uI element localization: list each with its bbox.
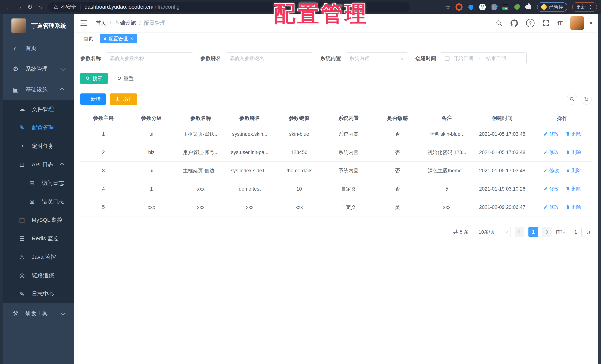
security-label[interactable]: 不安全	[61, 3, 76, 10]
browser-back-icon[interactable]: ←	[4, 2, 14, 12]
sidebar-item-redis-monitor[interactable]: ☰ Redis 监控	[0, 229, 74, 248]
error-log-icon: ⊠	[28, 198, 36, 205]
builtin-select[interactable]: 系统内置	[345, 52, 408, 64]
refresh-icon: ↻	[584, 96, 589, 102]
param-name-input[interactable]	[105, 52, 193, 64]
tag-config-mgmt[interactable]: 配置管理 ×	[100, 34, 137, 43]
browser-forward-icon[interactable]: →	[14, 2, 25, 12]
prev-page-button[interactable]	[515, 227, 524, 237]
sidebar-item-config-mgmt[interactable]: ✎ 配置管理	[0, 118, 74, 137]
config-table: 参数主键 参数分组 参数名称 参数键名 参数键值 系统内置 是否敏感 备注 创建…	[80, 111, 592, 216]
page: { "colors": { "chrome_bg": "#242a38", "s…	[0, 0, 601, 364]
hamburger-icon[interactable]	[80, 19, 88, 27]
page-scrollbar[interactable]	[598, 14, 601, 364]
toggle-search-button[interactable]	[567, 94, 577, 104]
github-icon[interactable]	[511, 19, 518, 27]
delete-link[interactable]: 删除	[566, 167, 581, 174]
param-key-input[interactable]	[225, 52, 313, 64]
pagination: 共 5 条 10条/页 1 前往 页	[80, 227, 592, 237]
sidebar-item-infrastructure[interactable]: ▣ 基础设施	[0, 79, 74, 100]
edit-link[interactable]: 修改	[543, 131, 559, 137]
col-builtin: 系统内置	[324, 111, 373, 125]
extensions-puzzle-icon[interactable]	[525, 3, 532, 10]
sidebar-item-mysql-monitor[interactable]: ▤ MySQL 监控	[0, 211, 74, 229]
emoji-face-icon	[541, 4, 547, 10]
sidebar-item-log-center[interactable]: ✎ 日志中心	[0, 285, 74, 303]
refresh-table-button[interactable]: ↻	[581, 94, 592, 104]
date-range-picker[interactable]: 开始日期 - 结束日期	[440, 52, 527, 64]
search-button-row: 搜索 ↻ 重置	[80, 73, 592, 84]
chevron-down-icon	[60, 66, 66, 71]
extension-on-badge-icon[interactable]: on	[502, 4, 509, 10]
add-button[interactable]: + 新增	[80, 93, 106, 105]
table-row: 3 ui 主框架页-侧边... sys.index.sideT... theme…	[80, 162, 592, 180]
sidebar-item-dev-tools[interactable]: ⚒ 研发工具	[0, 303, 74, 324]
extension-pin-icon[interactable]	[467, 3, 474, 10]
filter-form: 参数名称 参数键名 系统内置 系统内置 创建时间 开始日期 - 结束日期	[80, 52, 592, 64]
page-unit-label: 页	[586, 229, 591, 235]
tag-home[interactable]: 首页	[80, 34, 97, 43]
extension-vue-devtools-icon[interactable]: V	[479, 4, 486, 10]
edit-link[interactable]: 修改	[543, 167, 559, 174]
app-logo-row[interactable]: 芋道管理系统	[0, 14, 74, 38]
extension-sprout-icon[interactable]	[513, 3, 521, 10]
reset-button[interactable]: ↻ 重置	[112, 73, 139, 84]
browser-chrome: ← → ↻ ⌂ ⚠ 不安全 dashboard.yudao.iocoder.cn…	[0, 0, 601, 14]
delete-link[interactable]: 删除	[566, 204, 581, 210]
edit-link[interactable]: 修改	[543, 186, 559, 192]
breadcrumb-home[interactable]: 首页	[96, 19, 106, 27]
close-icon[interactable]: ×	[130, 36, 133, 41]
sidebar-item-java-monitor[interactable]: ♨ Java 监控	[0, 248, 74, 266]
next-page-button[interactable]	[542, 227, 552, 237]
redis-icon: ☰	[18, 235, 26, 242]
search-button[interactable]: 搜索	[80, 73, 108, 84]
toolbar-row: + 新增 导出 ↻	[80, 93, 592, 105]
current-page-button[interactable]: 1	[529, 227, 538, 237]
font-size-icon[interactable]: tT	[557, 20, 562, 27]
sidebar-item-file-mgmt[interactable]: ☁ 文件管理	[0, 100, 74, 118]
sidebar-item-api-logs[interactable]: ⊡ API 日志	[0, 155, 74, 174]
access-log-icon: ⊞	[28, 179, 36, 187]
param-key-label: 参数键名	[200, 55, 221, 62]
create-time-label: 创建时间	[415, 55, 436, 62]
tools-icon: ⚒	[11, 310, 20, 317]
extension-ring-icon[interactable]	[455, 3, 462, 10]
active-tag-dot	[104, 38, 106, 40]
browser-update-button[interactable]: 更新 ⋮	[572, 2, 597, 12]
sidebar-item-system-mgmt[interactable]: ⚙ 系统管理	[0, 59, 74, 79]
delete-link[interactable]: 删除	[566, 149, 581, 155]
sidebar-item-home[interactable]: ⌂ 首页	[0, 38, 74, 59]
sidebar-rail	[0, 14, 3, 364]
content: 参数名称 参数键名 系统内置 系统内置 创建时间 开始日期 - 结束日期	[74, 45, 598, 237]
goto-page-input[interactable]	[570, 227, 582, 237]
delete-link[interactable]: 删除	[566, 131, 581, 137]
browser-reload-icon[interactable]: ↻	[25, 2, 35, 12]
edit-link[interactable]: 修改	[543, 204, 559, 210]
address-bar[interactable]: ⚠ 不安全 dashboard.yudao.iocoder.cn /infra/…	[48, 2, 410, 12]
sidebar-item-tracing[interactable]: ◎ 链路追踪	[0, 266, 74, 285]
bookmark-star-icon[interactable]: ☆	[445, 3, 451, 11]
kebab-menu-icon[interactable]: ⋮	[588, 4, 593, 10]
profile-paused-badge[interactable]: 已暂停	[537, 2, 567, 12]
avatar-caret-icon[interactable]: ▾	[590, 20, 592, 26]
browser-home-icon[interactable]: ⌂	[35, 2, 45, 12]
main-area: 首页 / 基础设施 / 配置管理 ? tT	[74, 14, 598, 364]
breadcrumb-infrastructure[interactable]: 基础设施	[114, 19, 136, 27]
end-date-placeholder: 结束日期	[486, 55, 506, 62]
navbar-actions: ? tT ▾	[496, 16, 592, 30]
export-button[interactable]: 导出	[110, 93, 137, 105]
sidebar-item-scheduled-tasks[interactable]: ◔ 定时任务	[0, 137, 74, 155]
page-size-select[interactable]: 10条/页	[475, 227, 511, 237]
fullscreen-icon[interactable]	[543, 20, 549, 26]
extension-blocks-icon[interactable]	[491, 3, 498, 10]
help-icon[interactable]: ?	[526, 19, 534, 27]
sidebar-item-error-logs[interactable]: ⊠ 错误日志	[0, 192, 74, 211]
user-avatar[interactable]	[570, 16, 584, 30]
search-icon[interactable]	[496, 20, 502, 26]
security-warning-icon: ⚠	[54, 4, 58, 10]
delete-link[interactable]: 删除	[566, 186, 581, 192]
chevron-up-icon	[60, 88, 64, 92]
edit-link[interactable]: 修改	[543, 149, 559, 155]
sidebar-item-access-logs[interactable]: ⊞ 访问日志	[0, 174, 74, 192]
plus-icon: +	[85, 97, 89, 102]
